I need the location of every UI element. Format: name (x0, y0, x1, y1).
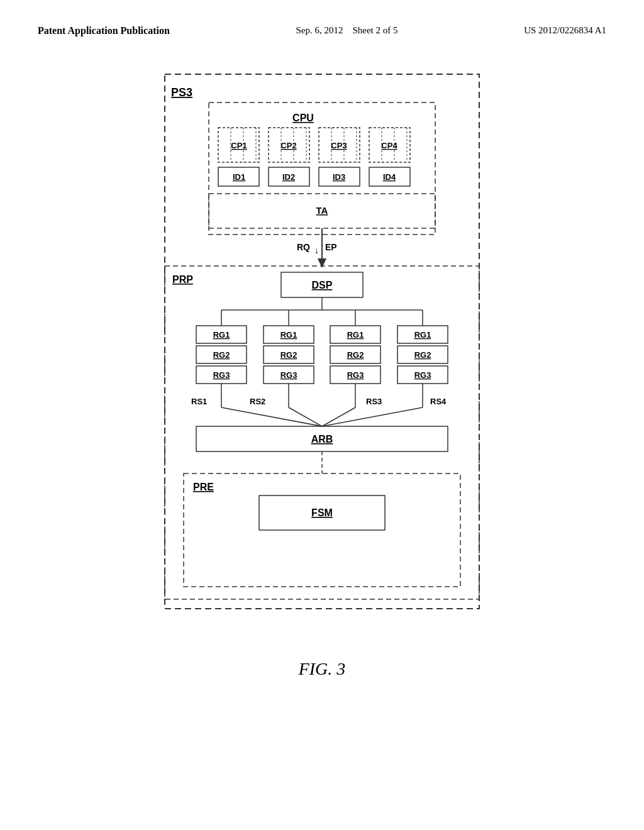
diagram-svg: PS3 CPU CP1 CP2 CP3 CP4 (158, 68, 486, 634)
svg-text:RG2: RG2 (347, 350, 364, 360)
svg-text:CP3: CP3 (331, 141, 347, 150)
svg-text:RG2: RG2 (213, 350, 230, 360)
svg-line-77 (221, 407, 322, 426)
svg-text:RG3: RG3 (347, 370, 364, 380)
svg-text:RS1: RS1 (191, 397, 207, 406)
svg-line-80 (322, 407, 423, 426)
svg-text:RG1: RG1 (280, 330, 297, 340)
svg-text:FSM: FSM (311, 507, 333, 518)
svg-text:ARB: ARB (311, 434, 333, 445)
page-header: Patent Application Publication Sep. 6, 2… (0, 0, 644, 49)
figure-caption: FIG. 3 (0, 659, 644, 679)
svg-text:DSP: DSP (312, 280, 333, 290)
svg-text:RS4: RS4 (430, 397, 447, 406)
svg-text:CP1: CP1 (231, 141, 247, 150)
svg-text:PRP: PRP (172, 274, 193, 285)
svg-text:RG1: RG1 (213, 330, 230, 340)
svg-text:CPU: CPU (292, 113, 314, 123)
svg-text:RS3: RS3 (366, 397, 382, 406)
svg-rect-0 (165, 74, 479, 609)
svg-text:TA: TA (316, 205, 328, 216)
svg-text:RS2: RS2 (250, 397, 265, 406)
header-title: Patent Application Publication (38, 25, 170, 36)
svg-text:ID3: ID3 (333, 172, 345, 182)
svg-text:ID4: ID4 (383, 172, 396, 182)
svg-text:PRE: PRE (193, 482, 214, 492)
header-sheet: Sheet 2 of 5 (352, 25, 397, 35)
svg-text:RG3: RG3 (213, 370, 230, 380)
diagram-area: PS3 CPU CP1 CP2 CP3 CP4 (0, 49, 644, 634)
svg-text:RG3: RG3 (414, 370, 431, 380)
svg-text:RG1: RG1 (347, 330, 364, 340)
svg-text:RG1: RG1 (414, 330, 431, 340)
header-center: Sep. 6, 2012 Sheet 2 of 5 (296, 25, 397, 36)
svg-text:PS3: PS3 (171, 86, 192, 99)
header-date: Sep. 6, 2012 (296, 25, 343, 35)
svg-text:ID1: ID1 (233, 172, 245, 182)
svg-text:↓: ↓ (314, 245, 319, 255)
svg-rect-39 (165, 266, 479, 599)
svg-text:CP4: CP4 (381, 141, 397, 150)
header-patent-number: US 2012/0226834 A1 (524, 25, 606, 36)
svg-text:RG2: RG2 (414, 350, 431, 360)
svg-text:ID2: ID2 (282, 172, 295, 182)
svg-text:RG2: RG2 (280, 350, 297, 360)
svg-text:RQ: RQ (297, 242, 310, 252)
svg-text:EP: EP (325, 242, 337, 252)
svg-text:RG3: RG3 (280, 370, 297, 380)
svg-text:CP2: CP2 (280, 141, 296, 150)
